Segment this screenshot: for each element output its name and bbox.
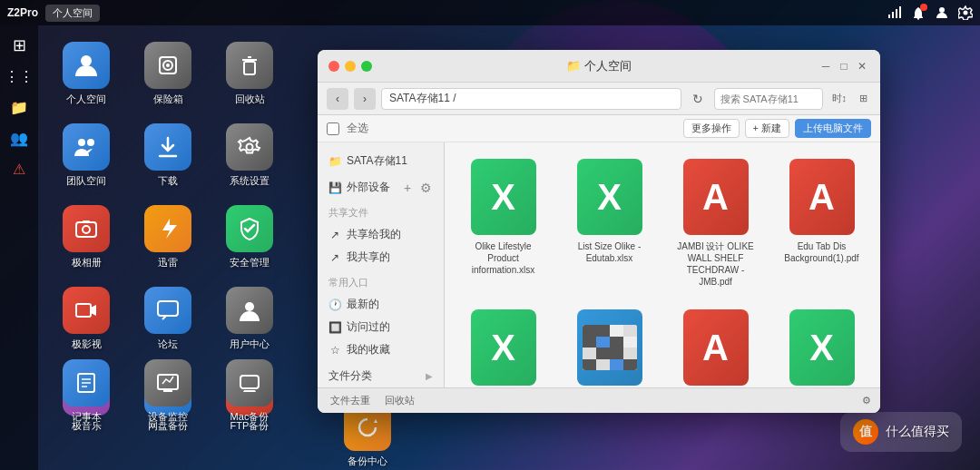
app-label-team-space: 团队空间	[66, 174, 106, 188]
sidebar-item-recent[interactable]: 🕐 最新的	[318, 293, 444, 316]
app-security[interactable]: 安全管理	[209, 196, 290, 278]
svg-rect-18	[76, 222, 96, 237]
left-dock: ⊞ ⋮⋮ 📁 👥 ⚠	[0, 25, 38, 470]
my-share-icon: ↗	[328, 251, 341, 264]
window-x-icon[interactable]: ✕	[855, 59, 869, 73]
svg-rect-3	[899, 6, 901, 18]
app-label-safe: 保险箱	[153, 93, 183, 106]
desktop: Z2Pro 个人空间	[0, 0, 980, 470]
app-download[interactable]: 下载	[127, 114, 209, 196]
view-date-toggle[interactable]: 时↕	[828, 90, 851, 107]
new-btn[interactable]: + 新建	[745, 119, 789, 138]
app-settings[interactable]: 系统设置	[209, 114, 290, 196]
more-ops-btn[interactable]: 更多操作	[683, 119, 740, 138]
app-label-trash: 回收站	[235, 93, 265, 106]
file-icon-pdf3: A	[683, 309, 749, 386]
visited-icon: 🔲	[328, 321, 341, 334]
app-video[interactable]: 极影视	[45, 278, 127, 359]
dock-folder-icon[interactable]: 📁	[6, 94, 32, 120]
sidebar-item-my-share[interactable]: ↗ 我共享的	[318, 246, 444, 269]
file-item-pdf2[interactable]: A Edu Tab Dis Background(1).pdf	[774, 153, 869, 293]
file-name-xlsx1: Olike Lifestyle Product information.xlsx	[463, 240, 544, 276]
file-icon-xlsx3: X	[471, 309, 536, 386]
status-file-dedup[interactable]: 文件去重	[327, 392, 374, 409]
shared-me-icon: ↗	[328, 229, 341, 241]
file-item-xlsx4[interactable]: X 副本人员梳理.rev.xlsx	[774, 304, 869, 387]
file-item-xlsx2[interactable]: X List Size Olike - Edutab.xlsx	[562, 153, 657, 293]
app-team-space[interactable]: 团队空间	[45, 114, 127, 196]
dock-apps-icon[interactable]: ⋮⋮	[6, 64, 32, 89]
window-minimize-btn[interactable]	[345, 61, 356, 72]
taskbar-right	[887, 5, 973, 20]
dock-home-icon[interactable]: ⊞	[6, 33, 32, 58]
app-device-monitor[interactable]: 设备监控	[127, 350, 209, 432]
window-square-icon[interactable]: □	[837, 59, 851, 73]
sidebar-item-sata[interactable]: 📁 SATA存储11	[318, 150, 444, 172]
recent-icon: 🕐	[328, 299, 341, 311]
upload-btn[interactable]: 上传电脑文件	[795, 119, 871, 138]
app-thunder[interactable]: 迅雷	[127, 196, 209, 278]
app-photos[interactable]: 极相册	[45, 196, 127, 278]
app-mac-backup[interactable]: Mac备份	[209, 350, 290, 432]
widget-logo: 值	[853, 419, 878, 445]
search-input[interactable]	[714, 88, 823, 110]
window-close-btn[interactable]	[328, 61, 339, 72]
file-icon-xlsx1: X	[471, 159, 536, 235]
app-personal-space[interactable]: 个人空间	[45, 33, 127, 114]
action-bar: 全选 更多操作 + 新建 上传电脑文件	[318, 115, 880, 142]
app-trash[interactable]: 回收站	[209, 33, 290, 114]
status-gear-icon[interactable]: ⚙	[862, 395, 871, 406]
file-grid: X Olike Lifestyle Product information.xl…	[445, 142, 880, 387]
app-safe[interactable]: 保险箱	[127, 33, 209, 114]
taskbar-logo: Z2Pro	[7, 6, 38, 19]
file-item-xlsx3[interactable]: X 柜台美金额.xlsx	[456, 304, 551, 387]
select-all-checkbox[interactable]	[327, 122, 339, 135]
dock-users-icon[interactable]: 👥	[6, 125, 32, 151]
sidebar-item-external[interactable]: 💾 外部设备 + ⚙	[318, 176, 444, 199]
taskbar-window-btn[interactable]: 个人空间	[45, 5, 100, 22]
sidebar-section-sata: 📁 SATA存储11	[318, 150, 444, 172]
svg-rect-31	[158, 375, 178, 389]
file-item-pdf3[interactable]: A PG MALANG OLIKE SHELF TECHDRAW - MLG x…	[668, 304, 763, 387]
bottom-right-widget[interactable]: 值 什么值得买	[840, 412, 962, 452]
status-trash[interactable]: 回收站	[381, 392, 418, 409]
breadcrumb-path[interactable]: SATA存储11 /	[381, 88, 681, 110]
sidebar-item-favorites[interactable]: ☆ 我的收藏	[318, 338, 444, 361]
window-maximize-btn[interactable]	[361, 61, 372, 72]
svg-point-14	[78, 139, 85, 146]
dock-warning-icon[interactable]: ⚠	[6, 156, 32, 181]
sidebar-section-quick: 常用入口 🕐 最新的 🔲 访问过的 ☆ 我的收藏	[318, 272, 444, 361]
svg-point-6	[964, 11, 968, 15]
app-label-video: 极影视	[72, 338, 102, 351]
nav-back-btn[interactable]: ‹	[327, 88, 348, 110]
file-name-xlsx2: List Size Olike - Edutab.xlsx	[569, 240, 651, 264]
file-item-png1[interactable]: OLIKE 产品销售价格.png	[562, 304, 657, 387]
app-label-photos: 极相册	[72, 256, 102, 269]
sidebar-item-category[interactable]: 文件分类 ▶	[318, 365, 444, 387]
svg-rect-20	[83, 220, 90, 223]
app-user-center[interactable]: 用户中心	[209, 278, 290, 359]
sidebar-add-btn[interactable]: +	[400, 181, 415, 195]
settings-icon[interactable]	[958, 5, 973, 20]
app-forum[interactable]: 论坛	[127, 278, 209, 359]
taskbar-left: Z2Pro 个人空间	[7, 5, 100, 22]
file-item-xlsx1[interactable]: X Olike Lifestyle Product information.xl…	[456, 153, 551, 293]
svg-rect-0	[888, 15, 890, 18]
sidebar-settings-btn[interactable]: ⚙	[418, 181, 433, 195]
file-icon-pdf2: A	[789, 159, 855, 235]
sidebar-item-visited[interactable]: 🔲 访问过的	[318, 316, 444, 338]
user-icon[interactable]	[935, 5, 949, 20]
notification-icon[interactable]	[911, 5, 926, 20]
file-manager-window: 📁个人空间 ─ □ ✕ ‹ › SATA存储11 / ↻ 时↕ ⊞ 全选	[318, 50, 880, 413]
window-dash-icon[interactable]: ─	[818, 59, 833, 73]
view-grid-toggle[interactable]: ⊞	[856, 91, 871, 106]
sidebar-item-shared-me[interactable]: ↗ 共享给我的	[318, 223, 444, 246]
sidebar-section-external: 💾 外部设备 + ⚙	[318, 176, 444, 199]
svg-point-10	[166, 64, 170, 67]
refresh-btn[interactable]: ↻	[687, 88, 709, 110]
app-notes[interactable]: 记事本	[45, 350, 127, 432]
file-item-pdf1[interactable]: A JAMBI 设计 OLIKE WALL SHELF TECHDRAW - J…	[668, 153, 763, 293]
nav-forward-btn[interactable]: ›	[354, 88, 376, 110]
file-name-pdf2: Edu Tab Dis Background(1).pdf	[781, 240, 863, 264]
window-title: 📁个人空间	[566, 58, 632, 74]
